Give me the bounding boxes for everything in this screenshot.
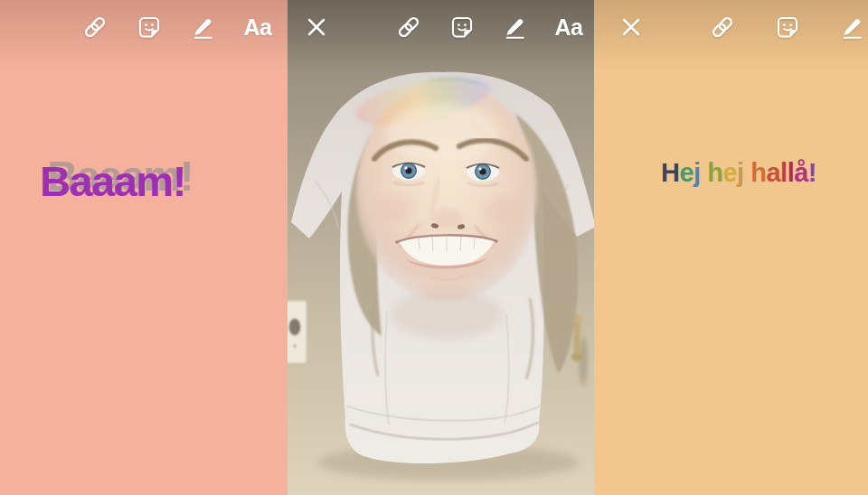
text-tool-button[interactable]: Aa [244, 14, 271, 41]
photo-illustration [288, 0, 594, 495]
story-panel-left[interactable]: Aa Baaam! [0, 0, 288, 495]
close-button[interactable] [303, 14, 330, 41]
close-icon [618, 14, 644, 40]
story-photo-face-on-tshirt[interactable] [288, 0, 594, 495]
sticker-icon [137, 14, 162, 40]
story-toolbar-right [594, 12, 868, 42]
link-button[interactable] [81, 14, 108, 41]
link-icon [82, 14, 108, 40]
pen-icon [840, 14, 865, 40]
sticker-icon [775, 14, 800, 40]
draw-button[interactable] [502, 14, 529, 41]
draw-button[interactable] [839, 14, 866, 41]
stories-editor-strip: Aa Baaam! [0, 0, 868, 495]
sticker-button[interactable] [448, 14, 476, 41]
light-switch [288, 301, 307, 363]
story-panel-right[interactable]: Hej hej hallå! [594, 0, 868, 495]
sticker-button[interactable] [136, 14, 163, 41]
sticker-icon [449, 14, 475, 40]
pen-icon [191, 14, 216, 40]
link-button[interactable] [709, 14, 736, 41]
link-icon [710, 14, 735, 40]
text-tool-button[interactable]: Aa [555, 14, 582, 41]
close-button[interactable] [618, 14, 645, 41]
link-icon [396, 14, 421, 40]
pen-icon [503, 14, 528, 40]
story-text-baaam[interactable]: Baaam! [40, 158, 185, 205]
story-text-hej-hej-halla[interactable]: Hej hej hallå! [661, 157, 816, 189]
story-toolbar-middle: Aa [288, 12, 594, 42]
close-icon [304, 14, 329, 40]
draw-button[interactable] [190, 14, 217, 41]
link-button[interactable] [395, 14, 422, 41]
story-toolbar-left: Aa [0, 12, 288, 42]
sticker-button[interactable] [774, 14, 801, 41]
story-panel-middle[interactable]: Aa [288, 0, 594, 495]
